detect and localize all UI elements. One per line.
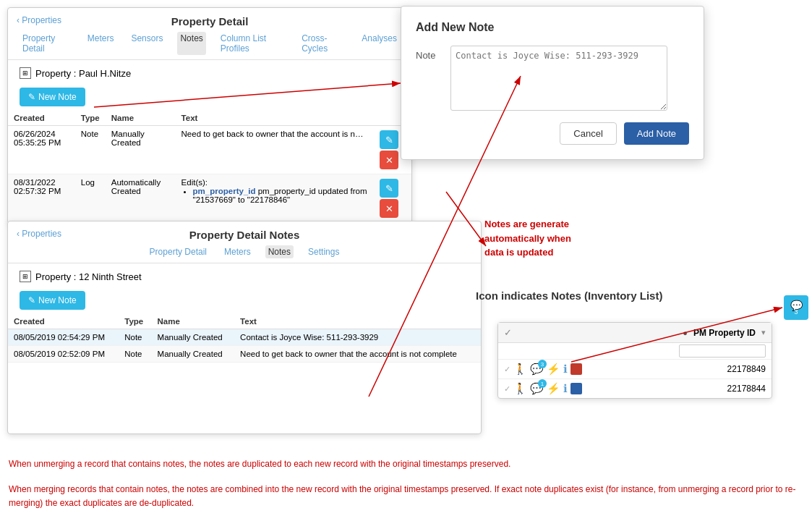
pm-property-id-label: PM Property ID [693,328,756,338]
row1-id: 22178849 [585,364,766,374]
row1-created: 06/26/2024 05:35:25 PM [8,126,75,174]
row2-created: 08/31/2022 02:57:32 PM [8,174,75,223]
check-col-icon: ✓ [504,327,512,338]
row1-delete-button[interactable]: ✕ [380,151,398,169]
row1-name: Manually Created [106,126,176,174]
panel2-property-detail: Properties Property Detail Notes Propert… [7,221,482,434]
row2-text: Edit(s): pm_property_id pm_property_id u… [176,174,374,223]
table-row: 08/31/2022 02:57:32 PM Log Automatically… [8,174,411,223]
p2-row2-type: Note [119,346,151,363]
row1-type: Note [75,126,106,174]
row2-edit-button[interactable]: ✎ [380,179,398,198]
row1-text: Need to get back to owner that the accou… [176,126,374,174]
pm-property-id-filter-input[interactable] [679,344,766,358]
inv-header: ✓ ● PM Property ID ▾ [498,323,772,343]
badge-count: 3 [794,308,798,316]
panel1-col-name: Name [106,111,176,126]
log-key: pm_property_id [193,187,256,195]
panel2-col-created: Created [8,314,119,329]
panel2-nav-meters[interactable]: Meters [221,245,254,258]
row2-name: Automatically Created [106,174,176,223]
annotation-auto-notes: Notes are generateautomatically whendata… [484,217,571,260]
annotation-icon-notes: Icon indicates Notes (Inventory List) [476,289,662,302]
panel1-nav-cross-cycles[interactable]: Cross-Cycles [299,32,347,55]
inventory-panel: ✓ ● PM Property ID ▾ ✓ 🚶 💬3 ⚡ ℹ 22178849… [497,322,772,399]
table-row: 06/26/2024 05:35:25 PM Note Manually Cre… [8,126,411,174]
p2-row2-name: Manually Created [152,346,235,363]
panel1-notes-table: Created Type Name Text 06/26/2024 05:35:… [8,111,411,223]
panel2-notes-table: Created Type Name Text 08/05/2019 02:54:… [8,314,481,363]
row2-notes-icon[interactable]: 💬1 [530,382,544,395]
panel1-new-note-button[interactable]: New Note [20,88,85,106]
panel1-col-text: Text [176,111,374,126]
panel1-property-name: ⊞ Property : Paul H.Nitze [8,60,411,83]
footer-note-2: When merging records that contain notes,… [9,483,803,510]
panel1-nav-property-detail[interactable]: Property Detail [20,32,73,55]
p2-row2-text: Need to get back to owner that the accou… [234,346,481,363]
row2-actions: ✎ ✕ [373,174,411,223]
property-icon: ⊞ [20,67,31,79]
panel1-nav-sensors[interactable]: Sensors [128,32,166,55]
row2-type: Log [75,174,106,223]
panel2-property-name: ⊞ Property : 12 Ninth Street [8,263,481,287]
row1-color-block [570,363,582,375]
note-textarea[interactable] [450,46,667,111]
row1-notes-icon[interactable]: 💬3 [530,363,544,376]
dropdown-arrow-icon[interactable]: ▾ [761,328,766,337]
property-icon2: ⊞ [20,271,31,282]
p2-row1-name: Manually Created [152,329,235,346]
panel2-col-text: Text [234,314,481,329]
dialog-title: Add New Note [416,21,689,34]
panel2-title: Property Detail Notes [8,221,481,241]
row1-flash-icon[interactable]: ⚡ [547,363,560,376]
row2-check[interactable]: ✓ [504,384,510,394]
row1-check[interactable]: ✓ [504,365,510,374]
panel2-col-type: Type [119,314,151,329]
row1-info-icon[interactable]: ℹ [563,363,568,376]
panel1-nav-meters[interactable]: Meters [85,32,117,55]
row1-edit-button[interactable]: ✎ [380,130,398,149]
p2-row2-created: 08/05/2019 02:52:09 PM [8,346,119,363]
row2-flash-icon[interactable]: ⚡ [547,382,560,395]
row1-walk-icon[interactable]: 🚶 [513,363,527,376]
panel1-nav-column-list[interactable]: Column List Profiles [218,32,287,55]
panel2-nav: Property Detail Meters Notes Settings [8,241,481,263]
p2-row1-type: Note [119,329,151,346]
inv-row-2: ✓ 🚶 💬1 ⚡ ℹ 22178844 [498,379,772,398]
row2-info-icon[interactable]: ℹ [563,382,568,395]
panel2-nav-notes[interactable]: Notes [265,245,294,258]
dialog-footer: Cancel Add Note [416,122,689,145]
panel1-nav-notes[interactable]: Notes [177,32,205,55]
panel2-nav-property-detail[interactable]: Property Detail [147,245,210,258]
notes-icon-badge: 💬 3 [784,295,808,320]
panel1-col-created: Created [8,111,75,126]
row2-walk-icon[interactable]: 🚶 [513,382,527,395]
table-row: 08/05/2019 02:54:29 PM Note Manually Cre… [8,329,481,346]
table-row: 08/05/2019 02:52:09 PM Note Manually Cre… [8,346,481,363]
panel1-col-type: Type [75,111,106,126]
dialog-note-label: Note [416,46,442,61]
panel1-title: Property Detail [8,8,411,28]
dialog-note-row: Note [416,46,689,111]
circle-icon: ● [683,329,688,337]
add-note-button[interactable]: Add Note [624,122,689,145]
row2-color-block [570,383,582,394]
row2-id: 22178844 [585,384,766,394]
panel1-back-link[interactable]: Properties [17,15,61,25]
cancel-button[interactable]: Cancel [560,122,616,145]
panel2-back-link[interactable]: Properties [17,229,61,239]
p2-row1-created: 08/05/2019 02:54:29 PM [8,329,119,346]
panel2-col-name: Name [152,314,235,329]
panel1-property-detail: Properties Property Detail Property Deta… [7,7,412,224]
panel2-nav-settings[interactable]: Settings [305,245,342,258]
p2-row1-text: Contact is Joyce Wise: 511-293-3929 [234,329,481,346]
panel1-nav-analyses[interactable]: Analyses [359,32,400,55]
panel1-nav: Property Detail Meters Sensors Notes Col… [8,28,411,60]
add-note-dialog: Add New Note Note Cancel Add Note [401,6,704,160]
panel2-new-note-button[interactable]: New Note [20,291,85,310]
inv-row-1: ✓ 🚶 💬3 ⚡ ℹ 22178849 [498,360,772,379]
row2-delete-button[interactable]: ✕ [380,199,398,218]
footer-note-1: When unmerging a record that contains no… [9,457,803,471]
